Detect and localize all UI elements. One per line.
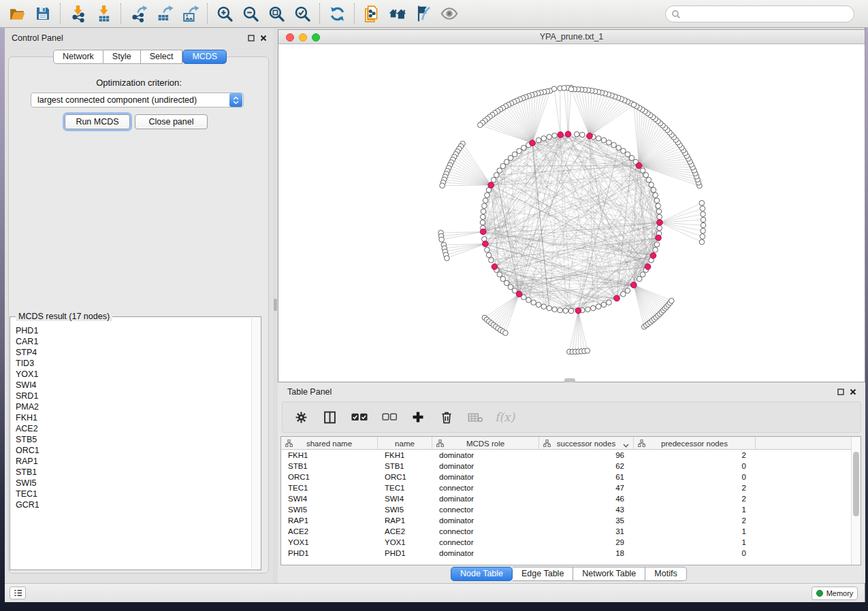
cell-mcds-role[interactable]: connector	[432, 482, 539, 493]
ring-node[interactable]	[547, 134, 552, 139]
network-canvas[interactable]	[278, 44, 865, 382]
cell-mcds-role[interactable]: dominator	[432, 461, 539, 472]
cell-successor-nodes[interactable]: 46	[539, 493, 634, 504]
ring-node[interactable]	[601, 302, 607, 308]
export-table-button[interactable]	[151, 2, 177, 25]
mcds-result-item[interactable]: STB5	[16, 434, 251, 445]
cell-successor-nodes[interactable]: 96	[539, 450, 634, 461]
ring-node[interactable]	[541, 136, 547, 142]
ring-node[interactable]	[489, 258, 494, 263]
ring-node[interactable]	[482, 203, 487, 209]
ring-node[interactable]	[486, 252, 492, 258]
mcds-dominator-node[interactable]	[645, 264, 651, 270]
leaf-node[interactable]	[699, 201, 705, 206]
table-row[interactable]: STB1STB1dominator620	[281, 461, 851, 472]
mcds-result-item[interactable]: RAP1	[16, 456, 251, 467]
column-header-mcds-role[interactable]: MCDS role	[432, 437, 539, 450]
table-row[interactable]: PHD1PHD1dominator180	[281, 548, 851, 559]
show-network-overview-button[interactable]	[385, 2, 411, 25]
ring-node[interactable]	[616, 145, 622, 150]
ring-node[interactable]	[485, 247, 490, 252]
float-panel-button[interactable]	[247, 34, 255, 42]
hide-graphics-details-button[interactable]	[411, 2, 436, 25]
cell-mcds-role[interactable]: dominator	[432, 450, 539, 461]
ring-node[interactable]	[481, 214, 486, 220]
ring-node[interactable]	[494, 173, 499, 178]
export-network-button[interactable]	[125, 2, 151, 25]
tab-style[interactable]: Style	[103, 50, 141, 64]
deselect-all-rows-button[interactable]	[381, 408, 398, 426]
tab-select[interactable]: Select	[141, 50, 183, 64]
cell-shared-name[interactable]: FKH1	[281, 450, 378, 461]
ring-node[interactable]	[517, 148, 522, 154]
ring-node[interactable]	[508, 155, 513, 161]
ring-node[interactable]	[504, 159, 509, 165]
mcds-dominator-node[interactable]	[488, 182, 494, 188]
ring-node[interactable]	[656, 203, 661, 209]
ring-node[interactable]	[643, 173, 649, 178]
ring-node[interactable]	[640, 168, 645, 174]
column-header-shared-name[interactable]: shared name	[281, 437, 378, 450]
cell-name[interactable]: SWI4	[378, 493, 432, 504]
cell-predecessor-nodes[interactable]: 2	[634, 450, 756, 461]
ring-node[interactable]	[596, 304, 601, 310]
sort-chevron-icon[interactable]	[623, 441, 629, 449]
ring-node[interactable]	[480, 220, 485, 225]
mcds-dominator-node[interactable]	[587, 133, 593, 139]
leaf-node[interactable]	[699, 240, 705, 245]
table-row[interactable]: SWI5SWI5connector431	[281, 504, 851, 515]
ring-node[interactable]	[607, 300, 612, 306]
cell-successor-nodes[interactable]: 61	[539, 472, 634, 482]
tab-network-table[interactable]: Network Table	[573, 567, 645, 581]
ring-node[interactable]	[611, 142, 617, 148]
cell-predecessor-nodes[interactable]: 0	[634, 548, 756, 559]
mcds-dominator-node[interactable]	[530, 140, 536, 146]
ring-node[interactable]	[625, 152, 630, 157]
leaf-node[interactable]	[669, 298, 675, 303]
ring-node[interactable]	[637, 276, 642, 282]
cell-predecessor-nodes[interactable]: 1	[634, 504, 756, 515]
cell-name[interactable]: RAP1	[378, 515, 432, 526]
cell-name[interactable]: YOX1	[378, 537, 432, 548]
cell-shared-name[interactable]: PHD1	[281, 548, 378, 559]
ring-node[interactable]	[657, 225, 662, 231]
zoom-out-button[interactable]	[238, 2, 263, 25]
cell-mcds-role[interactable]: connector	[432, 504, 539, 515]
cell-name[interactable]: ACE2	[378, 526, 432, 537]
cell-successor-nodes[interactable]: 43	[539, 504, 634, 515]
mcds-dominator-node[interactable]	[480, 229, 486, 235]
ring-node[interactable]	[497, 168, 502, 174]
ring-node[interactable]	[521, 145, 527, 150]
ring-node[interactable]	[526, 297, 532, 303]
close-panel-button[interactable]	[259, 34, 268, 42]
leaf-node[interactable]	[445, 256, 450, 261]
cell-shared-name[interactable]: TEC1	[281, 482, 378, 493]
mcds-result-item[interactable]: GCR1	[16, 499, 251, 510]
mcds-result-item[interactable]: PHD1	[16, 325, 251, 336]
tab-network[interactable]: Network	[53, 50, 103, 64]
cell-shared-name[interactable]: YOX1	[281, 537, 378, 548]
table-row[interactable]: TEC1TEC1connector472	[281, 482, 851, 493]
ring-node[interactable]	[512, 152, 517, 157]
cell-shared-name[interactable]: SWI4	[281, 493, 378, 504]
delete-column-button[interactable]	[438, 408, 455, 426]
table-row[interactable]: YOX1YOX1connector291	[281, 537, 851, 548]
delete-table-button-disabled[interactable]	[466, 408, 484, 426]
ring-node[interactable]	[481, 209, 486, 214]
cell-predecessor-nodes[interactable]: 1	[634, 537, 756, 548]
mcds-dominator-node[interactable]	[565, 131, 571, 137]
import-network-button[interactable]	[65, 2, 91, 25]
tab-motifs[interactable]: Motifs	[645, 567, 686, 581]
ring-node[interactable]	[536, 302, 541, 308]
cell-predecessor-nodes[interactable]: 2	[634, 482, 756, 493]
cell-shared-name[interactable]: RAP1	[281, 515, 378, 526]
cell-mcds-role[interactable]: dominator	[432, 472, 539, 482]
cell-shared-name[interactable]: SWI5	[281, 504, 378, 515]
ring-node[interactable]	[558, 308, 563, 313]
leaf-node[interactable]	[585, 348, 590, 354]
ring-node[interactable]	[654, 198, 660, 203]
splitter-handle-horizontal[interactable]	[564, 378, 575, 382]
cell-successor-nodes[interactable]: 62	[539, 461, 634, 472]
save-session-button[interactable]	[30, 2, 56, 25]
mcds-dominator-node[interactable]	[483, 241, 489, 247]
